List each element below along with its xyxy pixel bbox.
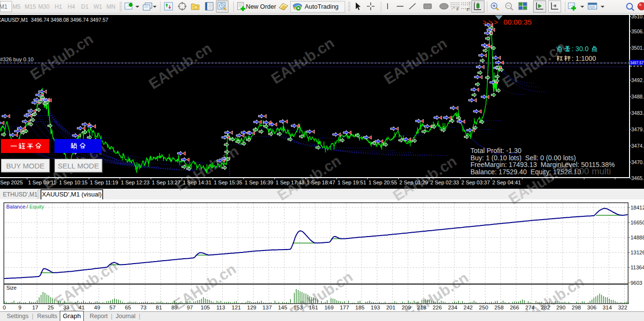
svg-text:3470.0: 3470.0 (631, 159, 644, 165)
svg-text:226: 226 (432, 305, 442, 310)
svg-text:3506.2: 3506.2 (631, 28, 644, 34)
svg-text:Size: Size (6, 285, 16, 291)
svg-text:16650: 16650 (631, 220, 644, 225)
svg-text:1 Sep 17:43: 1 Sep 17:43 (276, 180, 304, 185)
svg-text:129: 129 (247, 305, 256, 310)
svg-text:266: 266 (510, 305, 519, 310)
svg-text:65: 65 (125, 305, 131, 310)
svg-text:1 Sep 13:27: 1 Sep 13:27 (152, 180, 180, 185)
svg-text:/: / (27, 204, 28, 209)
svg-text:1 Sep 10:15: 1 Sep 10:15 (59, 180, 87, 185)
svg-text:0: 0 (3, 305, 6, 310)
svg-text:1 Sep 19:51: 1 Sep 19:51 (337, 180, 366, 185)
svg-text:9: 9 (18, 305, 21, 310)
svg-text:185: 185 (355, 305, 364, 310)
svg-text:234: 234 (448, 305, 457, 310)
svg-text:314: 314 (603, 305, 612, 310)
svg-text:3474.6: 3474.6 (631, 143, 644, 149)
svg-text:EAHub.cn: EAHub.cn (268, 34, 337, 87)
svg-text:3479.1: 3479.1 (631, 126, 644, 132)
svg-text:: 1:1000: : 1:1000 (572, 55, 596, 62)
svg-text:2 Sep 03:37: 2 Sep 03:37 (461, 180, 490, 185)
svg-text:1 Sep 18:47: 1 Sep 18:47 (307, 180, 335, 185)
svg-text:137: 137 (263, 305, 272, 310)
svg-text:1 Sep 14:31: 1 Sep 14:31 (183, 180, 211, 185)
svg-text:218: 218 (417, 305, 426, 310)
svg-text:Equity: Equity (29, 204, 44, 209)
svg-text:13126: 13126 (631, 250, 644, 255)
svg-text:282: 282 (541, 305, 550, 310)
svg-text:1 Sep 12:23: 1 Sep 12:23 (121, 180, 149, 185)
svg-text:3483.6: 3483.6 (631, 110, 644, 116)
svg-text:41: 41 (79, 305, 85, 310)
svg-text:9603: 9603 (631, 280, 642, 286)
svg-text:3501.6: 3501.6 (631, 45, 644, 51)
svg-text:EAHub.cn: EAHub.cn (27, 30, 96, 84)
svg-text:105: 105 (201, 305, 210, 310)
svg-text:3510.7: 3510.7 (631, 15, 644, 19)
svg-text:209: 209 (402, 305, 411, 310)
svg-text:3492.6: 3492.6 (631, 77, 644, 83)
svg-text:1 Sep 2025: 1 Sep 2025 (0, 180, 23, 185)
svg-text:290: 290 (556, 305, 565, 310)
svg-text:Balance: Balance (6, 204, 26, 209)
svg-text:: 30.0: : 30.0 (572, 45, 589, 53)
svg-text:49: 49 (94, 305, 100, 310)
svg-text:33: 33 (63, 305, 69, 310)
svg-text:153: 153 (294, 305, 303, 310)
svg-text:73: 73 (140, 305, 147, 310)
svg-text:F: F (456, 7, 459, 12)
svg-text:322: 322 (618, 305, 627, 310)
svg-text:3497.57: 3497.57 (630, 60, 644, 65)
svg-text:14888: 14888 (631, 235, 644, 240)
svg-text:193: 193 (371, 305, 380, 310)
svg-text:145: 145 (278, 305, 287, 310)
svg-text:161: 161 (309, 305, 318, 310)
svg-text:1 Sep 09:11: 1 Sep 09:11 (28, 180, 56, 185)
svg-text:81: 81 (156, 305, 162, 310)
svg-text:1 Sep 11:19: 1 Sep 11:19 (90, 180, 119, 185)
svg-text:1 Sep 15:35: 1 Sep 15:35 (214, 180, 242, 185)
svg-text:18412: 18412 (631, 205, 644, 210)
svg-text:EAHub.cn: EAHub.cn (146, 40, 215, 93)
svg-text:250: 250 (479, 305, 488, 310)
svg-text:1 Sep 16:39: 1 Sep 16:39 (245, 180, 273, 185)
svg-text:169: 169 (324, 305, 334, 310)
svg-text:2 Sep 01:29: 2 Sep 01:29 (400, 180, 428, 185)
svg-text:113: 113 (216, 305, 225, 310)
svg-text:25: 25 (48, 305, 54, 310)
svg-text:2 Sep 04:41: 2 Sep 04:41 (492, 180, 521, 185)
svg-text:201: 201 (386, 305, 395, 310)
svg-text:1 Sep 20:55: 1 Sep 20:55 (368, 180, 397, 185)
svg-text:242: 242 (464, 305, 473, 310)
svg-text:274: 274 (525, 305, 535, 310)
svg-text:EAHub.cn: EAHub.cn (381, 35, 450, 88)
svg-text:97: 97 (187, 305, 193, 310)
svg-text:306: 306 (587, 305, 596, 310)
svg-text:298: 298 (572, 305, 581, 310)
svg-text:11364: 11364 (631, 265, 644, 270)
svg-text:3488.1: 3488.1 (631, 94, 644, 99)
svg-text:177: 177 (340, 305, 349, 310)
svg-text:57: 57 (109, 305, 116, 310)
svg-text:89: 89 (171, 305, 177, 310)
svg-text:258: 258 (495, 305, 504, 310)
svg-text:2 Sep 02:33: 2 Sep 02:33 (430, 180, 459, 185)
svg-text:17: 17 (32, 305, 39, 310)
svg-text:121: 121 (232, 305, 241, 310)
